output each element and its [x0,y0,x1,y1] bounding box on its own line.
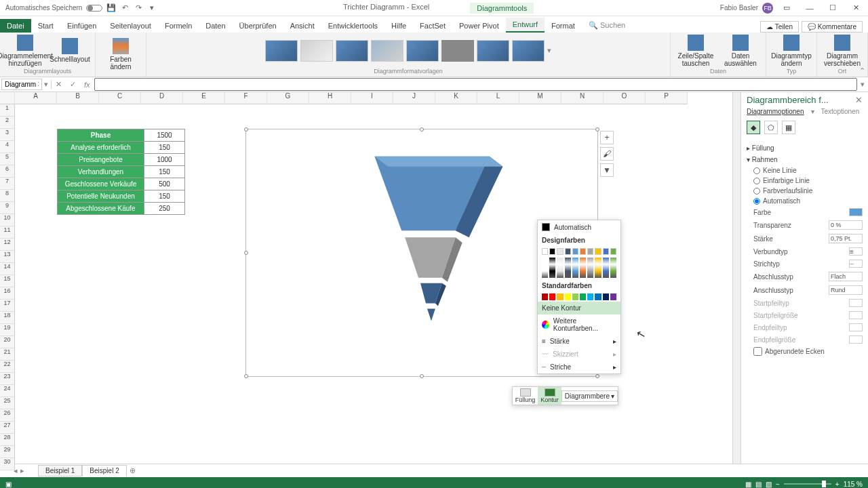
pane-size-icon[interactable]: ▦ [782,121,795,134]
resize-handle[interactable] [595,127,599,131]
col-header[interactable]: G [267,92,309,104]
tab-developer[interactable]: Entwicklertools [321,19,384,33]
gradient-line-radio[interactable]: Farbverlaufslinie [747,186,863,196]
row-header[interactable]: 7 [0,178,15,190]
transparency-field[interactable]: Transparenz0 % [747,218,863,232]
theme-shades[interactable] [538,256,620,279]
row-header[interactable]: 2 [0,117,15,129]
tab-insert[interactable]: Einfügen [60,19,103,33]
formula-input[interactable] [94,78,857,91]
width-field[interactable]: Stärke0,75 Pt. [747,232,863,245]
row-header[interactable]: 22 [0,361,15,373]
tab-view[interactable]: Ansicht [283,19,321,33]
chart-style-2[interactable] [300,40,333,62]
tab-review[interactable]: Überprüfen [233,19,283,33]
outline-button[interactable]: Kontur [538,387,561,405]
no-outline-item[interactable]: Keine Kontur [538,302,620,314]
redo-icon[interactable]: ↷ [134,3,143,13]
rounded-corners-check[interactable]: Abgerundete Ecken [747,346,863,357]
row-header[interactable]: 26 [0,409,15,422]
col-header[interactable]: I [351,92,393,104]
resize-handle[interactable] [244,127,248,131]
share-button[interactable]: ☁ Teilen [760,21,799,33]
row-header[interactable]: 10 [0,214,15,226]
col-header[interactable]: P [646,92,688,104]
row-header[interactable]: 28 [0,434,15,446]
col-header[interactable]: K [435,92,477,104]
enter-formula-icon[interactable]: ✓ [66,80,80,89]
chart-styles-button[interactable]: 🖌 [600,147,614,161]
quick-layout-button[interactable]: Schnelllayout [49,38,91,63]
pane-subtab-options[interactable]: Diagrammoptionen [747,108,804,115]
styles-more-icon[interactable]: ▾ [547,46,551,55]
row-header[interactable]: 14 [0,263,15,275]
pane-effects-icon[interactable]: ⬠ [764,121,778,134]
row-header[interactable]: 19 [0,324,15,336]
join-field[interactable]: AnschlusstypRund [747,283,863,297]
pane-close-icon[interactable]: ✕ [855,95,863,105]
tab-powerpivot[interactable]: Power Pivot [452,19,506,33]
formula-expand-icon[interactable]: ▾ [857,80,868,89]
comments-button[interactable]: 💬 Kommentare [802,21,863,33]
col-header[interactable]: F [225,92,267,104]
data-table[interactable]: Phase1500 Analyse erforderlich150 Preisa… [57,129,185,215]
dashes-item[interactable]: ┈Striche▸ [538,361,620,373]
zoom-out-icon[interactable]: − [776,481,780,488]
row-header[interactable]: 15 [0,275,15,287]
name-box[interactable] [1,79,42,90]
col-header[interactable]: B [57,92,99,104]
row-header[interactable]: 13 [0,251,15,263]
chart-style-1[interactable] [265,40,298,62]
view-normal-icon[interactable]: ▦ [745,481,751,488]
chart-style-6[interactable] [441,40,474,62]
col-header[interactable]: J [393,92,435,104]
chart-style-7[interactable] [477,40,509,62]
search-tell-me[interactable]: 🔍 Suchen [582,18,632,33]
row-header[interactable]: 17 [0,300,15,312]
theme-colors[interactable] [538,247,620,256]
chart-style-8[interactable] [512,40,545,62]
row-header[interactable]: 25 [0,397,15,409]
col-header[interactable]: E [183,92,225,104]
row-header[interactable]: 23 [0,373,15,385]
tab-help[interactable]: Hilfe [384,19,413,33]
row-header[interactable]: 20 [0,336,15,348]
col-header[interactable]: L [477,92,519,104]
row-header[interactable]: 6 [0,165,15,178]
cap-field[interactable]: AbschlusstypFlach [747,270,863,283]
fill-section[interactable]: ▸ Füllung [747,142,863,154]
resize-handle[interactable] [244,251,248,255]
select-all-triangle[interactable] [0,92,15,104]
row-header[interactable]: 1 [0,104,15,117]
tab-file[interactable]: Datei [0,19,31,33]
zoom-in-icon[interactable]: + [835,481,840,488]
qat-more-icon[interactable]: ▾ [147,3,157,13]
auto-line-radio[interactable]: Automatisch [747,196,863,206]
avatar[interactable]: FB [762,3,773,14]
col-header[interactable]: O [604,92,646,104]
row-header[interactable]: 29 [0,446,15,458]
resize-handle[interactable] [244,374,248,378]
add-chart-element-button[interactable]: Diagrammelement hinzufügen [4,35,46,67]
col-header[interactable]: A [15,92,57,104]
view-pagebreak-icon[interactable]: ▧ [766,481,772,488]
maximize-icon[interactable]: ☐ [823,0,842,16]
fx-icon[interactable]: fx [80,81,94,89]
select-data-button[interactable]: Daten auswählen [719,35,762,67]
col-header[interactable]: N [561,92,604,104]
chart-style-4[interactable] [371,40,403,62]
row-header[interactable]: 12 [0,239,15,251]
row-header[interactable]: 11 [0,226,15,239]
close-icon[interactable]: ✕ [846,0,865,16]
view-pagelayout-icon[interactable]: ▤ [755,481,762,488]
compound-field[interactable]: Verbundtyp≡ [747,245,863,258]
autosave-toggle[interactable] [86,5,102,12]
more-colors-item[interactable]: Weitere Konturfarben... [538,314,620,335]
row-header[interactable]: 18 [0,312,15,324]
solid-line-radio[interactable]: Einfarbige Linie [747,176,863,186]
row-header[interactable]: 8 [0,190,15,202]
pane-fill-line-icon[interactable]: ◆ [747,121,760,134]
row-header[interactable]: 16 [0,287,15,300]
undo-icon[interactable]: ↶ [120,3,130,13]
border-section[interactable]: ▾ Rahmen [747,154,863,165]
